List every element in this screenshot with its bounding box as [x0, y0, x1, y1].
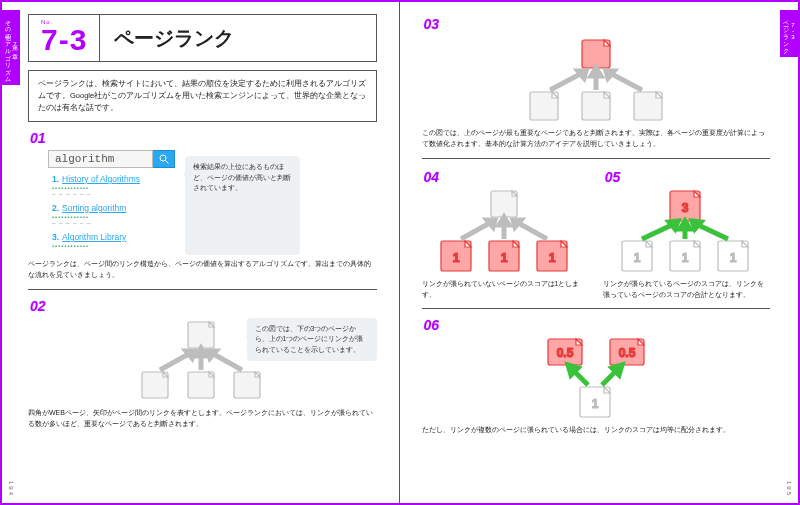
- svg-marker-39: [680, 221, 690, 229]
- result-list: 1.History of Algorithms •••••••••••• – –…: [52, 174, 175, 249]
- search-results-column: algorithm 1.History of Algorithms ••••••…: [28, 150, 175, 255]
- result-sub: – – – – – –: [52, 220, 175, 226]
- svg-line-1: [165, 161, 168, 164]
- search-icon: [158, 153, 170, 165]
- divider: [422, 308, 771, 309]
- search-button[interactable]: [153, 150, 175, 168]
- svg-marker-19: [591, 68, 601, 76]
- svg-marker-29: [499, 217, 509, 225]
- score-text: 3: [682, 201, 689, 215]
- intro-text: ページランクは、検索サイトにおいて、結果の順位を決定するために利用されるアルゴリ…: [28, 70, 377, 122]
- section-header: No. 7-3 ページランク: [28, 14, 377, 62]
- section-title: ページランク: [100, 25, 234, 52]
- result-link[interactable]: Algorithm Library: [62, 232, 126, 242]
- panel-label-04: 04: [424, 169, 589, 185]
- result-underline: ••••••••••••: [52, 243, 175, 249]
- score-text: 1: [730, 251, 737, 265]
- panel-05-diagram: 3 1 1 1: [603, 189, 770, 275]
- score-text: 1: [501, 251, 508, 265]
- panel-05: 05 3 1 1 1 リンクが張られているページのスコアは、リンクを張っているペ…: [603, 167, 770, 301]
- svg-marker-9: [196, 348, 206, 356]
- score-text: 1: [453, 251, 460, 265]
- result-item: 2.Sorting algorithm •••••••••••• – – – –…: [52, 203, 175, 226]
- result-item: 1.History of Algorithms •••••••••••• – –…: [52, 174, 175, 197]
- svg-point-0: [160, 155, 166, 161]
- panel-label-03: 03: [424, 16, 771, 32]
- search-input[interactable]: algorithm: [48, 150, 153, 168]
- panel-label-01: 01: [30, 130, 377, 146]
- score-text: 0.5: [618, 346, 635, 360]
- panel-02-balloon: この図では、下の3つのページから、上の1つのページにリンクが張られていることを示…: [247, 318, 377, 362]
- panel-06-caption: ただし、リンクが複数のページに張られている場合には、リンクのスコアは均等に配分さ…: [422, 425, 771, 436]
- divider: [422, 158, 771, 159]
- result-rank: 3.: [52, 232, 59, 242]
- book-spread: 第7章 その他のアルゴリズム 7-3 ページランク 194 195 No. 7-…: [0, 0, 800, 505]
- result-item: 3.Algorithm Library ••••••••••••: [52, 232, 175, 249]
- result-link[interactable]: Sorting algorithm: [62, 203, 126, 213]
- panel-01: algorithm 1.History of Algorithms ••••••…: [28, 150, 377, 255]
- right-page: 03 この図では、上のページが最も重要なページであると判断されます。実際は、各ペ…: [399, 2, 799, 503]
- panel-label-02: 02: [30, 298, 377, 314]
- search-row: algorithm: [48, 150, 175, 168]
- panel-03-caption: この図では、上のページが最も重要なページであると判断されます。実際は、各ページの…: [422, 128, 771, 150]
- result-link[interactable]: History of Algorithms: [62, 174, 140, 184]
- panel-04: 04 1 1 1 リンクが張られていないページのスコアは1とします。: [422, 167, 589, 301]
- panel-05-caption: リンクが張られているページのスコアは、リンクを張っているページのスコアの合計とな…: [603, 279, 770, 301]
- divider: [28, 289, 377, 290]
- result-rank: 1.: [52, 174, 59, 184]
- result-sub: – – – – – –: [52, 191, 175, 197]
- score-text: 1: [591, 397, 598, 411]
- panel-06-diagram: 0.5 0.5 1: [422, 337, 771, 421]
- panel-04-caption: リンクが張られていないページのスコアは1とします。: [422, 279, 589, 301]
- result-rank: 2.: [52, 203, 59, 213]
- score-text: 0.5: [556, 346, 573, 360]
- score-text: 1: [634, 251, 641, 265]
- score-text: 1: [549, 251, 556, 265]
- panel-01-caption: ページランクは、ページ間のリンク構造から、ページの価値を算出するアルゴリズムです…: [28, 259, 377, 281]
- section-number: 7-3: [41, 25, 87, 55]
- score-text: 1: [682, 251, 689, 265]
- panel-02-caption: 四角がWEBページ、矢印がページ間のリンクを表すとします。ページランクにおいては…: [28, 408, 377, 430]
- panel-label-05: 05: [605, 169, 770, 185]
- section-number-box: No. 7-3: [29, 15, 100, 61]
- left-page: No. 7-3 ページランク ページランクは、検索サイトにおいて、結果の順位を決…: [2, 2, 399, 503]
- panel-04-diagram: 1 1 1: [422, 189, 589, 275]
- panel-label-06: 06: [424, 317, 771, 333]
- panel-01-balloon: 検索結果の上位にあるものほど、ページの価値が高いと判断されています。: [185, 156, 300, 255]
- panel-03-diagram: [422, 36, 771, 124]
